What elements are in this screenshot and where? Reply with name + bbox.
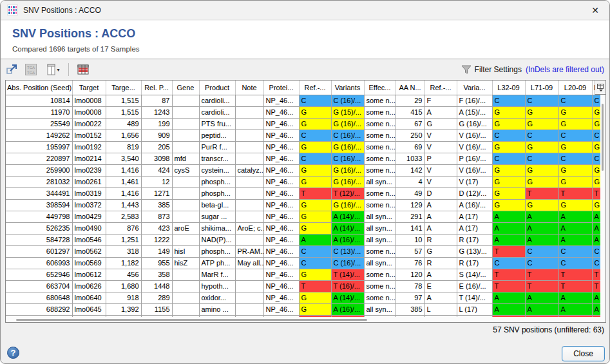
cell-abs_position[interactable]: 25549 [6,118,72,129]
cell-rel_position[interactable]: 199 [141,118,172,129]
cell-sample_l20_09[interactable]: G [558,199,592,211]
cell-ref_base[interactable]: G [299,106,331,118]
cell-effect[interactable]: some n... [364,292,396,303]
column-header-abs_position[interactable]: Abs. Position (Seed) [6,81,72,95]
cell-variants[interactable]: G (16)/... [331,118,364,129]
cell-variants[interactable]: G (16)/... [331,164,364,176]
cell-product[interactable]: phosph... [199,176,235,187]
column-header-variant_aa[interactable]: Varia... [457,81,492,95]
cell-variant_aa[interactable]: G (13)/... [457,245,492,257]
cell-variants[interactable]: C (16)/... [331,129,364,141]
cell-sample_l20_09[interactable]: G [558,176,592,187]
cell-variant_aa[interactable]: V (16)/... [457,164,492,176]
cell-ref_aa[interactable]: A [424,211,457,222]
cell-rel_position[interactable]: 385 [141,199,172,211]
cell-gene[interactable] [172,269,199,280]
cell-target_length[interactable]: 918 [106,292,141,303]
cell-abs_position[interactable]: 398594 [6,199,72,211]
cell-sample_l32_09[interactable]: C [492,257,525,269]
cell-sample_l71_09[interactable]: C [525,257,558,269]
close-icon[interactable]: ✕ [589,4,602,17]
cell-gene[interactable] [172,211,199,222]
cell-sample_l20_09[interactable]: G [558,106,592,118]
cell-ref_base[interactable]: G [299,141,331,153]
cell-target[interactable]: lmo0640 [72,292,106,303]
vertical-scrollbar-thumb[interactable] [602,104,604,171]
cell-abs_position[interactable]: 259900 [6,164,72,176]
cell-sample_l32_09[interactable]: G [492,118,525,129]
cell-ref_aa[interactable]: A [424,269,457,280]
cell-variants[interactable]: T (12)/... [331,187,364,199]
cell-ref_aa[interactable]: G [424,118,457,129]
column-header-rel_position[interactable]: Rel. P... [141,81,172,95]
cell-product[interactable]: NAD(P)... [199,234,235,245]
cell-sample_l71_09[interactable]: A [525,303,558,315]
cell-note[interactable] [235,199,263,211]
cell-variant_aa[interactable]: F (16)/... [457,95,492,106]
cell-variants[interactable]: T (16)/... [331,280,364,292]
cell-target[interactable]: lmo0261 [72,176,106,187]
cell-sample_l32_09[interactable]: A [492,211,525,222]
cell-sample_l20_09[interactable]: C [558,129,592,141]
cell-sample_l20_09[interactable]: G [558,141,592,153]
column-config-button[interactable] [595,81,605,95]
cell-ref_aa[interactable]: A [424,292,457,303]
cell-target_length[interactable]: 1,392 [106,303,141,315]
cell-rel_position[interactable]: 1222 [141,234,172,245]
cell-variant_aa[interactable]: V (16)/... [457,141,492,153]
cell-ref_base[interactable]: A [299,234,331,245]
cell-rel_position[interactable]: 358 [141,269,172,280]
cell-abs_position[interactable]: 526235 [6,222,72,234]
table-row[interactable]: 688292lmo06451,3921155amino ...NP_46...G… [6,303,606,315]
cell-product[interactable]: MarR f... [199,269,235,280]
cell-sample_l32_09[interactable]: A [492,234,525,245]
cell-protein[interactable]: NP_46... [263,257,299,269]
cell-aa_number[interactable]: 97 [396,292,424,303]
cell-aa_number[interactable]: 141 [396,222,424,234]
cell-protein[interactable]: NP_46... [263,245,299,257]
cell-target_length[interactable]: 1,416 [106,164,141,176]
cell-gene[interactable] [172,118,199,129]
table-row[interactable]: 25549lmo0022489199PTS fru...NP_46...GG (… [6,118,606,129]
cell-gene[interactable] [172,106,199,118]
cell-ref_aa[interactable]: A [424,106,457,118]
cell-ref_aa[interactable]: L [424,303,457,315]
cell-abs_position[interactable]: 149262 [6,129,72,141]
cell-sample_l71_09[interactable]: C [525,95,558,106]
cell-gene[interactable] [172,129,199,141]
cell-effect[interactable]: some n... [364,129,396,141]
cell-product[interactable]: hypoth... [199,280,235,292]
cell-gene[interactable] [172,187,199,199]
cell-sample_l71_09[interactable]: T [525,187,558,199]
cell-ref_base[interactable]: C [299,153,331,164]
cell-aa_number[interactable]: 69 [396,141,424,153]
cell-note[interactable]: AroE; c... [235,222,263,234]
cell-sample_l71_09[interactable]: G [525,176,558,187]
table-row[interactable]: 663704lmo06261,6801448hypoth...NP_46...T… [6,280,606,292]
cell-variant_aa[interactable]: L (17) [457,303,492,315]
cell-target[interactable]: lmo0022 [72,118,106,129]
cell-protein[interactable]: NP_46... [263,118,299,129]
cell-sample_l32_09[interactable]: T [492,269,525,280]
cell-target[interactable]: lmo0152 [72,129,106,141]
cell-rel_position[interactable]: 423 [141,222,172,234]
cell-protein[interactable]: NP_46... [263,95,299,106]
table-row[interactable]: 652946lmo0612456358MarR f...NP_46...GT (… [6,269,606,280]
cell-product[interactable]: amino ... [199,303,235,315]
cell-effect[interactable]: all syn... [364,257,396,269]
cell-variants[interactable]: G (16)/... [331,141,364,153]
table-row[interactable]: 584728lmo05461,2511222NAD(P)...NP_46...A… [6,234,606,245]
cell-sample_l32_09[interactable]: C [492,129,525,141]
horizontal-scrollbar-thumb[interactable] [16,319,367,321]
cell-ref_base[interactable]: G [299,269,331,280]
table-row[interactable]: 11970lmo00081,5151243cardioli...NP_46...… [6,106,606,118]
cell-target[interactable]: lmo0008 [72,106,106,118]
cell-target_length[interactable]: 1,656 [106,129,141,141]
column-header-variants[interactable]: Variants [331,81,364,95]
cell-gene[interactable]: hisZ [172,257,199,269]
cell-sample_l71_09[interactable]: G [525,141,558,153]
cell-target_length[interactable]: 489 [106,118,141,129]
column-header-ref_base[interactable]: Ref.-... [299,81,331,95]
cell-variants[interactable]: T (14)/... [331,269,364,280]
cell-product[interactable]: phosph... [199,187,235,199]
